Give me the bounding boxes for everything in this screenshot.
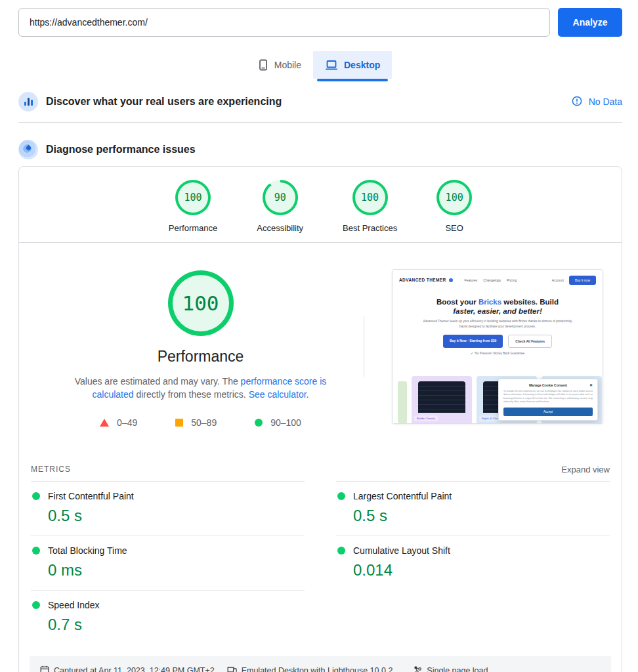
- gauge-compass-icon: [18, 140, 38, 159]
- metrics-column-left: First Contentful Paint 0.5 s Total Block…: [31, 481, 305, 644]
- category-gauges: 100 Performance 90 Accessibility 100 Bes…: [19, 167, 622, 242]
- field-data-section-header: Discover what your real users are experi…: [18, 92, 622, 112]
- tab-desktop[interactable]: Desktop: [313, 51, 392, 79]
- metric-cumulative-layout-shift: Cumulative Layout Shift 0.014: [336, 536, 610, 590]
- thumb-logo-dot: [449, 278, 453, 282]
- thumb-cookie-modal: Manage Cookie Consent✕ To provide the be…: [498, 379, 598, 421]
- thumb-cookie-accept-button: Accept: [503, 408, 593, 416]
- vertical-divider: [364, 316, 364, 377]
- category-seo[interactable]: 100 SEO: [436, 180, 472, 233]
- metric-pass-icon: [337, 547, 345, 555]
- page-screenshot-thumbnail: ADVANCED THEMER FeaturesChangelogsPricin…: [392, 269, 603, 424]
- best-practices-gauge: 100: [352, 180, 388, 215]
- legend-fail: 0–49: [100, 417, 137, 428]
- expand-view-button[interactable]: Expand view: [561, 465, 610, 474]
- thumb-hero: Boost your Bricks websites. Build faster…: [393, 297, 603, 355]
- thumb-account: Account: [552, 278, 564, 282]
- tab-mobile[interactable]: Mobile: [246, 51, 313, 79]
- thumb-card-builder-tweaks: Builder Tweaks: [412, 376, 472, 423]
- analyze-button[interactable]: Analyze: [558, 8, 622, 37]
- legend-good: 90–100: [255, 417, 301, 428]
- performance-description: Values are estimated and may vary. The p…: [63, 375, 339, 402]
- performance-summary: 100 Performance Values are estimated and…: [19, 243, 622, 448]
- accessibility-gauge: 90: [263, 180, 298, 215]
- calendar-icon: [40, 665, 49, 672]
- thumb-cta-secondary: Check All Features: [508, 335, 552, 348]
- device-tabs: Mobile Desktop: [0, 51, 638, 79]
- score-legend: 0–49 50–89 90–100: [37, 417, 364, 428]
- bar-chart-icon: [18, 92, 38, 112]
- mobile-phone-icon: [258, 59, 268, 71]
- metric-first-contentful-paint: First Contentful Paint 0.5 s: [31, 481, 305, 536]
- performance-gauge: 100: [175, 180, 211, 215]
- thumb-card-strip: [398, 381, 407, 423]
- orange-square-icon: [175, 419, 183, 427]
- env-column-1: Captured at Apr 11, 2023, 12:49 PM GMT+2…: [40, 665, 227, 672]
- env-column-2: Emulated Desktop with Lighthouse 10.0.2 …: [227, 665, 414, 672]
- see-calculator-link[interactable]: See calculator.: [249, 389, 309, 400]
- no-data-link[interactable]: No Data: [572, 96, 622, 108]
- devices-icon: [227, 665, 237, 672]
- metric-pass-icon: [32, 492, 40, 500]
- emulated-desktop-link[interactable]: Emulated Desktop with Lighthouse 10.0.2: [227, 665, 414, 672]
- metrics-column-right: Largest Contentful Paint 0.5 s Cumulativ…: [336, 481, 610, 644]
- captured-at: Captured at Apr 11, 2023, 12:49 PM GMT+2: [40, 665, 227, 672]
- thumb-header: ADVANCED THEMER FeaturesChangelogsPricin…: [393, 270, 603, 289]
- metric-total-blocking-time: Total Blocking Time 0 ms: [31, 536, 305, 590]
- thumb-cta-primary: Buy it Now - Starting from $39: [443, 335, 503, 348]
- section-divider: [18, 122, 622, 123]
- metric-pass-icon: [32, 547, 40, 555]
- green-circle-icon: [255, 419, 263, 427]
- desktop-laptop-icon: [325, 60, 338, 71]
- thumb-card-screenshot: [418, 381, 465, 413]
- url-input[interactable]: [18, 8, 550, 37]
- lab-title: Diagnose performance issues: [46, 144, 196, 156]
- metrics-heading: METRICS: [31, 465, 71, 474]
- metric-largest-contentful-paint: Largest Contentful Paint 0.5 s: [336, 481, 610, 536]
- red-triangle-icon: [100, 419, 109, 427]
- thumb-subtext: Advanced Themer levels up your efficienc…: [422, 319, 573, 328]
- metrics-grid: First Contentful Paint 0.5 s Total Block…: [19, 481, 622, 644]
- metrics-header: METRICS Expand view: [19, 448, 622, 481]
- env-column-3: Single page load Using HeadlessChromium …: [414, 665, 601, 672]
- metric-pass-icon: [337, 492, 345, 500]
- category-performance[interactable]: 100 Performance: [169, 180, 217, 233]
- lab-section-header: Diagnose performance issues: [18, 140, 622, 159]
- field-data-title: Discover what your real users are experi…: [46, 96, 282, 108]
- url-bar: Analyze: [0, 0, 638, 37]
- nodes-icon: [414, 665, 422, 672]
- thumb-nav: FeaturesChangelogsPricing: [465, 278, 517, 282]
- lighthouse-report-card: 100 Performance 90 Accessibility 100 Bes…: [18, 166, 622, 672]
- metric-pass-icon: [32, 601, 40, 609]
- single-page-load-link[interactable]: Single page load: [414, 665, 601, 672]
- performance-title: Performance: [37, 348, 364, 366]
- thumb-cookie-close-icon: ✕: [589, 383, 593, 387]
- metric-speed-index: Speed Index 0.7 s: [31, 590, 305, 644]
- thumb-buy-button: Buy it now: [569, 276, 596, 285]
- seo-gauge: 100: [436, 180, 472, 215]
- no-data-label: No Data: [589, 96, 622, 107]
- thumb-brand: ADVANCED THEMER: [399, 278, 446, 282]
- performance-score-block: 100 Performance Values are estimated and…: [37, 265, 364, 428]
- thumb-guarantee: ✓ "No Pressure" Money Back Guarantee: [393, 352, 603, 355]
- tab-mobile-label: Mobile: [274, 60, 301, 70]
- tab-desktop-label: Desktop: [344, 60, 380, 70]
- info-icon: [572, 96, 582, 108]
- performance-score-gauge: 100: [168, 270, 234, 336]
- category-accessibility[interactable]: 90 Accessibility: [257, 180, 303, 233]
- legend-average: 50–89: [175, 417, 217, 428]
- category-best-practices[interactable]: 100 Best Practices: [343, 180, 397, 233]
- environment-footer: Captured at Apr 11, 2023, 12:49 PM GMT+2…: [30, 656, 611, 672]
